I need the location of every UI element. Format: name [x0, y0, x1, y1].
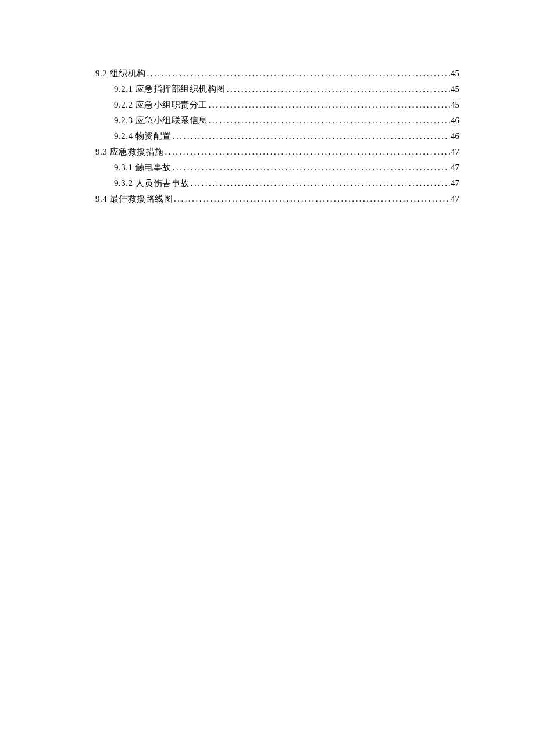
toc-page-number: 46	[451, 128, 459, 144]
toc-entry: 9.3 应急救援措施 47	[95, 144, 459, 160]
toc-entry: 9.2.2 应急小组职责分工 45	[95, 97, 459, 113]
toc-entry: 9.4 最佳救援路线图 47	[95, 191, 459, 207]
toc-entry: 9.3.1 触电事故 47	[95, 160, 459, 175]
toc-page-number: 47	[451, 175, 459, 191]
toc-leader-dots	[147, 66, 450, 81]
toc-title: 9.2.1 应急指挥部组织机构图	[114, 81, 226, 97]
toc-leader-dots	[173, 128, 450, 144]
toc-page-number: 47	[451, 144, 459, 160]
toc-leader-dots	[209, 97, 450, 113]
toc-page-number: 45	[451, 97, 459, 113]
toc-leader-dots	[227, 81, 450, 97]
toc-entry: 9.2 组织机构 45	[95, 66, 459, 81]
toc-entry: 9.2.1 应急指挥部组织机构图 45	[95, 81, 459, 97]
toc-leader-dots	[165, 144, 450, 160]
toc-leader-dots	[174, 191, 450, 207]
toc-title: 9.4 最佳救援路线图	[95, 191, 173, 207]
toc-entry: 9.3.2 人员伤害事故 47	[95, 175, 459, 191]
toc-page-number: 45	[451, 66, 459, 81]
toc-page-number: 47	[451, 191, 459, 207]
toc-title: 9.2.3 应急小组联系信息	[114, 113, 208, 128]
toc-page-number: 46	[451, 113, 459, 128]
toc-page-number: 45	[451, 81, 459, 97]
toc-title: 9.2.2 应急小组职责分工	[114, 97, 208, 113]
toc-page-number: 47	[451, 160, 459, 175]
toc-leader-dots	[173, 160, 450, 175]
toc-entry: 9.2.4 物资配置 46	[95, 128, 459, 144]
toc-entry: 9.2.3 应急小组联系信息 46	[95, 113, 459, 128]
toc-title: 9.2.4 物资配置	[114, 128, 172, 144]
toc-title: 9.3 应急救援措施	[95, 144, 164, 160]
toc-title: 9.3.2 人员伤害事故	[114, 175, 190, 191]
toc-leader-dots	[191, 175, 450, 191]
toc-leader-dots	[209, 113, 450, 128]
toc-title: 9.2 组织机构	[95, 66, 146, 81]
table-of-contents: 9.2 组织机构 45 9.2.1 应急指挥部组织机构图 45 9.2.2 应急…	[95, 66, 459, 207]
toc-title: 9.3.1 触电事故	[114, 160, 172, 175]
